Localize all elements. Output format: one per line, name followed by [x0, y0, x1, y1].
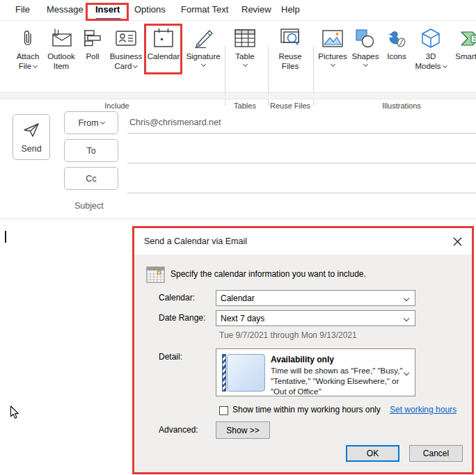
to-button[interactable]: To	[64, 139, 118, 162]
ribbon-button-table[interactable]: Table	[230, 25, 260, 89]
ribbon-button-icons[interactable]: Icons	[382, 25, 411, 89]
calendar-icon	[152, 25, 175, 51]
smartart-icon	[460, 25, 476, 51]
ok-button[interactable]: OK	[346, 445, 399, 462]
ribbon-button-smartart[interactable]: SmartArt	[452, 25, 476, 89]
ribbon-group-label-reuse-files: Reuse Files	[270, 102, 310, 110]
chevron-down-icon	[404, 296, 409, 301]
cc-field-line	[127, 193, 476, 193]
close-icon[interactable]	[451, 235, 463, 248]
date-range-select-value: Next 7 days	[221, 314, 264, 323]
reuse-files-icon	[279, 25, 301, 51]
detail-option-title: Availability only	[271, 355, 334, 364]
cube-icon	[421, 25, 441, 51]
availability-preview-image	[222, 354, 265, 392]
menu-tab-options[interactable]: Options	[134, 4, 166, 15]
cancel-button[interactable]: Cancel	[409, 445, 463, 462]
preview-page	[227, 354, 265, 392]
chevron-down-icon	[363, 62, 367, 67]
ribbon-lower-strip	[0, 94, 476, 99]
subject-field[interactable]	[127, 198, 476, 219]
chevron-down-icon	[242, 62, 247, 67]
active-tab-underline	[95, 18, 121, 20]
chevron-down-icon	[404, 316, 409, 321]
detail-field-label: Detail:	[159, 352, 182, 362]
preview-stripe	[222, 354, 226, 392]
ribbon-button-pictures[interactable]: Pictures	[313, 25, 352, 89]
detail-select[interactable]: Availability only Time will be shown as …	[216, 348, 415, 396]
working-hours-checkbox-label: Show time within my working hours only	[232, 405, 381, 414]
from-button-label: From	[78, 118, 98, 128]
outlook-item-icon	[49, 25, 73, 51]
poll-icon	[82, 25, 103, 51]
shapes-icon	[356, 25, 375, 51]
ribbon-button-calendar[interactable]: Calendar	[145, 25, 182, 89]
cc-button-label: Cc	[86, 174, 96, 184]
calendar-grid-icon	[146, 265, 165, 287]
menu-tab-message[interactable]: Message	[47, 4, 84, 15]
date-range-note: Tue 9/7/2021 through Mon 9/13/2021	[219, 330, 357, 340]
to-button-label: To	[86, 146, 95, 156]
menu-tab-file[interactable]: File	[15, 4, 30, 15]
ribbon-button-business-card[interactable]: Business Card	[106, 25, 146, 89]
send-calendar-dialog: Send a Calendar via Email Specify the ca…	[132, 226, 474, 474]
dialog-intro-text: Specify the calendar information you wan…	[170, 269, 366, 279]
date-range-select[interactable]: Next 7 days	[216, 310, 415, 326]
from-field-line	[127, 133, 476, 134]
advanced-field-label: Advanced:	[159, 425, 198, 435]
menu-tab-help[interactable]: Help	[281, 4, 300, 15]
ribbon-group-label-include: Include	[104, 102, 129, 110]
chevron-down-icon	[404, 370, 409, 376]
detail-option-description: Time will be shown as "Free," "Busy," "T…	[271, 366, 403, 397]
date-range-field-label: Date Range:	[159, 313, 205, 323]
chevron-down-icon	[133, 63, 138, 68]
calendar-select[interactable]: Calendar	[216, 290, 415, 306]
ribbon-button-3d-models[interactable]: 3D Models	[411, 25, 450, 89]
send-button-label: Send	[21, 144, 41, 154]
business-card-icon	[115, 25, 137, 51]
header-body-separator	[0, 218, 476, 219]
calendar-field-label: Calendar:	[159, 293, 195, 303]
dialog-title: Send a Calendar via Email	[144, 228, 247, 255]
ribbon-button-outlook-item[interactable]: Outlook Item	[43, 25, 79, 89]
ribbon: Attach File Outlook Item Poll Business C…	[0, 21, 476, 93]
ribbon-group-label-illustrations: Illustrations	[382, 102, 421, 110]
menu-tab-insert[interactable]: Insert	[95, 4, 120, 15]
show-advanced-button[interactable]: Show >>	[216, 421, 270, 439]
chevron-down-icon	[442, 63, 447, 68]
calendar-select-value: Calendar	[221, 293, 255, 303]
cc-field[interactable]	[127, 170, 476, 191]
ribbon-button-shapes[interactable]: Shapes	[349, 25, 382, 89]
ribbon-button-attach-file[interactable]: Attach File	[10, 25, 46, 89]
subject-label: Subject	[74, 201, 104, 211]
menu-tab-review[interactable]: Review	[241, 4, 271, 15]
send-plane-icon	[22, 121, 40, 141]
dialog-titlebar[interactable]: Send a Calendar via Email	[134, 228, 472, 255]
ribbon-group-label-tables: Tables	[234, 102, 256, 110]
paperclip-icon	[20, 25, 35, 51]
chevron-down-icon	[200, 62, 205, 67]
ribbon-button-reuse-files[interactable]: Reuse Files	[271, 25, 309, 89]
working-hours-checkbox[interactable]	[219, 406, 228, 415]
text-caret	[5, 231, 6, 243]
from-field[interactable]	[127, 113, 476, 134]
cc-button[interactable]: Cc	[64, 167, 118, 190]
chevron-down-icon	[100, 120, 105, 124]
to-field-line	[127, 163, 476, 163]
ribbon-button-poll[interactable]: Poll	[79, 25, 106, 89]
send-button[interactable]: Send	[13, 114, 50, 160]
chevron-down-icon	[330, 62, 335, 67]
set-working-hours-link[interactable]: Set working hours	[390, 405, 457, 414]
signature-pen-icon	[193, 25, 214, 51]
outlook-compose-window: File Message Insert Options Format Text …	[0, 0, 476, 475]
from-button[interactable]: From	[64, 111, 118, 134]
mouse-cursor-icon	[10, 405, 19, 422]
ribbon-button-signature[interactable]: Signature	[182, 25, 224, 89]
chevron-down-icon	[33, 63, 38, 68]
to-field[interactable]	[127, 141, 476, 162]
duck-icon	[386, 25, 407, 51]
table-icon	[235, 25, 255, 51]
menu-tab-format-text[interactable]: Format Text	[181, 4, 228, 15]
menubar: File Message Insert Options Format Text …	[0, 0, 476, 21]
pictures-icon	[322, 25, 343, 51]
